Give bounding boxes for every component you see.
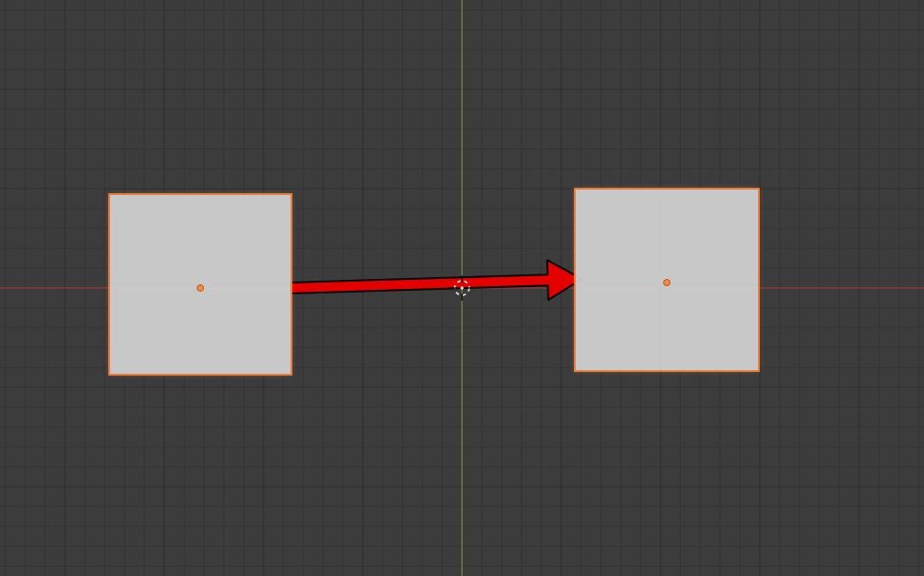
svg-point-80 (460, 286, 464, 290)
svg-point-75 (455, 281, 469, 295)
annotation-arrow (291, 260, 582, 300)
cursor-3d-icon (449, 275, 475, 301)
viewport-3d[interactable] (0, 0, 924, 576)
selected-object-square-right[interactable] (576, 190, 758, 370)
object-origin-dot (197, 284, 204, 292)
svg-marker-74 (291, 260, 582, 300)
object-origin-dot (663, 279, 670, 286)
selected-object-square-left[interactable] (110, 195, 291, 374)
